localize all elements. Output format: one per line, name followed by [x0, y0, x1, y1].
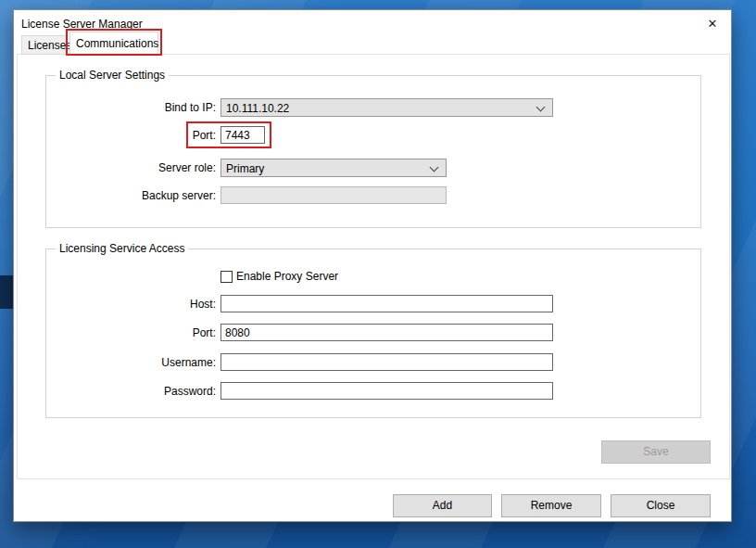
username-row: Username: [14, 353, 733, 372]
host-label: Host: [51, 295, 216, 313]
server-role-select[interactable]: Primary [220, 159, 447, 177]
close-icon[interactable]: ✕ [705, 17, 720, 31]
proxy-port-row: Port: [14, 324, 733, 342]
licensing-service-access-legend: Licensing Service Access [56, 242, 188, 255]
license-server-manager-window: License Server Manager ✕ Licenses Commun… [13, 9, 732, 522]
bind-to-ip-label: Bind to IP: [51, 98, 216, 117]
enable-proxy-checkbox[interactable] [220, 271, 233, 283]
tab-communications[interactable]: Communications [69, 32, 158, 55]
port-label: Port: [51, 126, 216, 145]
server-role-label: Server role: [51, 159, 216, 177]
proxy-port-label: Port: [51, 324, 216, 342]
bind-to-ip-row: Bind to IP: 10.111.10.22 [14, 98, 733, 117]
backup-server-label: Backup server: [51, 186, 216, 205]
password-field[interactable] [220, 382, 553, 400]
remove-button[interactable]: Remove [501, 494, 601, 517]
server-role-value: Primary [226, 162, 264, 175]
enable-proxy-label: Enable Proxy Server [236, 270, 338, 283]
chevron-down-icon [430, 163, 439, 172]
save-button: Save [601, 440, 711, 464]
password-row: Password: [14, 382, 733, 401]
window-title: License Server Manager [21, 18, 143, 31]
host-row: Host: [14, 295, 733, 313]
backup-server-row: Backup server: [14, 186, 733, 205]
backup-server-field [220, 186, 447, 204]
username-label: Username: [51, 353, 216, 372]
proxy-port-field[interactable] [220, 324, 553, 341]
port-row: Port: [14, 126, 733, 145]
port-field[interactable] [220, 126, 265, 144]
server-role-row: Server role: Primary [14, 159, 733, 177]
host-field[interactable] [220, 295, 553, 312]
tab-licenses[interactable]: Licenses [21, 35, 68, 55]
bind-to-ip-select[interactable]: 10.111.10.22 [220, 98, 553, 117]
add-button[interactable]: Add [393, 494, 492, 517]
enable-proxy-row: Enable Proxy Server [14, 268, 733, 287]
close-button[interactable]: Close [611, 494, 711, 517]
local-server-settings-legend: Local Server Settings [56, 69, 169, 82]
password-label: Password: [51, 382, 216, 401]
tab-bar: Licenses Communications [21, 32, 158, 55]
desktop-dark-stripe [0, 275, 13, 309]
username-field[interactable] [220, 353, 553, 371]
chevron-down-icon [536, 103, 546, 112]
bind-to-ip-value: 10.111.10.22 [226, 102, 289, 115]
